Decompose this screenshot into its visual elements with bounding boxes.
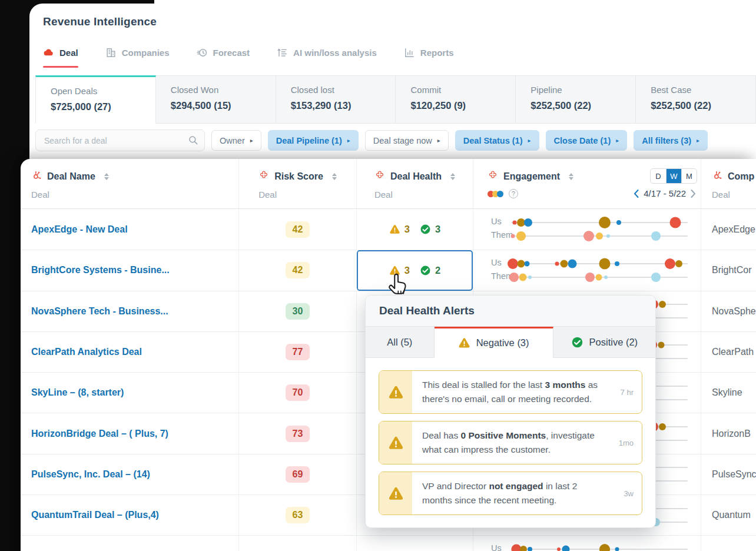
- summary-card-best-case[interactable]: Best Case$252,500 (22): [636, 75, 756, 124]
- engagement-dot: [520, 546, 527, 551]
- alert-card: Deal has 0 Positive Moments, investigate…: [379, 421, 642, 464]
- engagement-dot: [615, 261, 619, 266]
- chip-label: All filters (3): [642, 136, 691, 145]
- card-label: Pipeline: [530, 85, 635, 95]
- risk-score-pill: 69: [286, 466, 310, 483]
- filter-chip-deal-pipeline-1[interactable]: Deal Pipeline (1)▸: [268, 130, 359, 151]
- deal-link[interactable]: QuantumTrail Deal – (Plus,4): [31, 510, 159, 520]
- deal-link[interactable]: SkyLine – (8, starter): [31, 387, 124, 398]
- screenshot-stage: Revenue Intelligence DealCompaniesForeca…: [0, 0, 756, 551]
- deal-link[interactable]: ApexEdge - New Deal: [31, 224, 128, 235]
- chevron-left-icon[interactable]: [634, 190, 639, 198]
- ai-icon: [277, 47, 288, 58]
- summary-card-pipeline[interactable]: Pipeline$252,500 (22): [516, 75, 636, 124]
- us-label: Us: [491, 258, 502, 267]
- tab-forecast[interactable]: Forecast: [197, 47, 250, 61]
- engagement-dot: [604, 276, 608, 279]
- risk-score-cell: 63: [238, 495, 356, 535]
- table-row: BrightCore Systems - Busine...4232UsThem…: [21, 250, 756, 290]
- forecast-icon: [197, 47, 208, 58]
- warning-icon: [458, 337, 470, 349]
- card-label: Closed lost: [291, 85, 396, 95]
- toggle-week[interactable]: W: [666, 169, 681, 183]
- sort-risk-score[interactable]: [332, 173, 337, 181]
- company-cell: Quantum: [701, 495, 756, 535]
- deal-name-cell: SkyLine – (8, starter): [21, 373, 238, 413]
- period-nav: 4/17 - 5/22: [634, 188, 696, 198]
- deal-health-cell[interactable]: 32: [356, 250, 473, 290]
- deal-name-cell: QuantumTrail Deal – (Plus,4): [21, 495, 238, 535]
- engagement-dot: [557, 547, 561, 551]
- search-input[interactable]: [35, 130, 205, 151]
- chip-label: Deal Status (1): [463, 136, 523, 145]
- engagement-dot: [670, 217, 681, 228]
- sort-engagement[interactable]: [569, 173, 573, 181]
- toggle-day[interactable]: D: [651, 169, 666, 183]
- column-header-deal-name: Deal Name Deal: [21, 159, 238, 208]
- engagement-dot: [511, 234, 515, 238]
- deal-health-cell[interactable]: [356, 536, 473, 551]
- tab-label: AI win/loss analysis: [293, 48, 377, 58]
- breeze-ai-icon: [488, 170, 498, 183]
- summary-card-closed-lost[interactable]: Closed lost$153,290 (13): [276, 75, 396, 124]
- deal-link[interactable]: PulseSync, Inc. Deal – (14): [31, 469, 150, 480]
- tab-companies[interactable]: Companies: [105, 47, 170, 61]
- summary-card-commit[interactable]: Commit$120,250 (9): [396, 75, 516, 124]
- deal-name-cell: BrightCore Systems - Busine...: [21, 250, 238, 290]
- column-sub: Deal: [374, 190, 455, 200]
- deal-name-cell: PulseSync, Inc. Deal – (14): [21, 454, 238, 494]
- chevron-right-icon: ▸: [697, 137, 699, 144]
- filter-chip-all-filters-3[interactable]: All filters (3)▸: [634, 130, 708, 151]
- risk-score-cell: 42: [238, 250, 356, 290]
- filter-chip-deal-stage-now[interactable]: Deal stage now▸: [365, 130, 449, 151]
- engagement-dot: [595, 274, 602, 280]
- chevron-right-icon: ▸: [347, 137, 350, 144]
- risk-score-pill: 42: [286, 262, 310, 278]
- tab-reports[interactable]: Reports: [404, 47, 454, 61]
- sort-deal-name[interactable]: [104, 173, 109, 181]
- alert-card: This deal is stalled for the last 3 mont…: [379, 370, 642, 414]
- deal-link[interactable]: NovaSphere Tech - Business...: [31, 306, 168, 317]
- engagement-dot: [525, 261, 530, 266]
- tab-deal[interactable]: Deal: [43, 47, 78, 61]
- tab-ai-win-loss-analysis[interactable]: AI win/loss analysis: [277, 47, 377, 61]
- help-icon[interactable]: ?: [509, 189, 518, 198]
- filter-chip-deal-status-1[interactable]: Deal Status (1)▸: [455, 130, 539, 151]
- deal-link[interactable]: HorizonBridge Deal – ( Plus, 7): [31, 429, 168, 439]
- risk-score-cell: 30: [238, 291, 356, 331]
- popup-tab-positive-2[interactable]: Positive (2): [553, 327, 655, 358]
- us-label: Us: [491, 543, 502, 551]
- company-cell: BrightCor: [701, 250, 756, 290]
- engagement-dot: [583, 231, 594, 241]
- us-track: [511, 263, 688, 264]
- deal-link[interactable]: BrightCore Systems - Busine...: [31, 265, 170, 276]
- them-track: [511, 277, 688, 278]
- filter-chip-close-date-1[interactable]: Close Date (1)▸: [546, 130, 628, 151]
- card-label: Commit: [410, 85, 515, 95]
- sort-deal-health[interactable]: [450, 173, 455, 181]
- tab-label: Reports: [420, 48, 454, 58]
- deal-health-cell[interactable]: 33: [356, 209, 473, 250]
- warning-icon: [379, 421, 412, 464]
- deal-link[interactable]: ClearPath Analytics Deal: [31, 347, 142, 357]
- engagement-cell: UsThem: [473, 536, 701, 551]
- negative-count: 3: [404, 265, 410, 276]
- chevron-right-icon[interactable]: [691, 190, 696, 198]
- engagement-dot: [528, 276, 532, 279]
- chip-label: Owner: [220, 136, 245, 145]
- popup-tab-negative-3[interactable]: Negative (3): [435, 327, 553, 358]
- toggle-month[interactable]: M: [681, 169, 697, 183]
- company-cell: [701, 536, 756, 551]
- column-label: Deal Name: [47, 171, 95, 182]
- engagement-dot: [665, 258, 675, 269]
- nav-tabs: DealCompaniesForecastAI win/loss analysi…: [43, 47, 454, 61]
- them-track: [511, 235, 688, 237]
- popup-tab-all-5[interactable]: All (5): [366, 327, 435, 358]
- deal-icon: [43, 47, 54, 58]
- engagement-dot: [599, 217, 611, 228]
- filter-chip-owner[interactable]: Owner▸: [211, 130, 261, 151]
- summary-card-open-deals[interactable]: Open Deals$725,000 (27): [35, 75, 156, 124]
- engagement-dot: [599, 258, 611, 269]
- summary-card-closed-won[interactable]: Closed Won$294,500 (15): [156, 75, 276, 124]
- us-track: [511, 222, 688, 223]
